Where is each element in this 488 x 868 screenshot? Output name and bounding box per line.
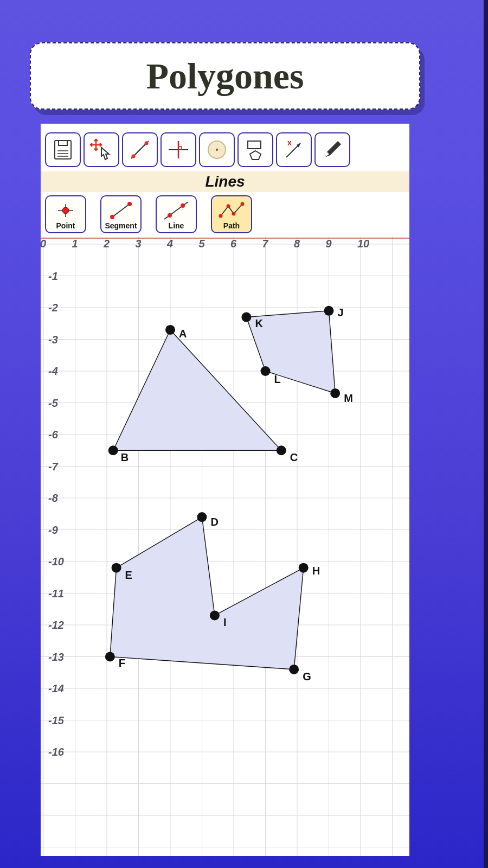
polygon-icon — [243, 138, 267, 162]
svg-text:-16: -16 — [48, 746, 65, 758]
svg-text:-8: -8 — [48, 492, 59, 504]
svg-point-102 — [277, 445, 286, 455]
svg-text:D: D — [211, 516, 219, 528]
line-tool-button[interactable]: Line — [156, 195, 197, 233]
svg-point-112 — [299, 563, 309, 573]
svg-text:2: 2 — [103, 238, 110, 250]
svg-text:-2: -2 — [48, 302, 58, 314]
polygon-button[interactable] — [237, 132, 273, 167]
path-tool-button[interactable]: Path — [211, 195, 252, 233]
svg-text:-1: -1 — [48, 270, 58, 282]
svg-text:F: F — [119, 657, 125, 669]
svg-text:1: 1 — [72, 238, 78, 250]
svg-text:G: G — [303, 671, 311, 682]
svg-line-25 — [112, 204, 130, 217]
svg-text:-13: -13 — [48, 651, 64, 663]
svg-text:B: B — [121, 451, 129, 463]
file-button[interactable] — [45, 132, 81, 167]
svg-text:I: I — [223, 616, 227, 628]
svg-point-30 — [181, 203, 185, 208]
pen-button[interactable] — [314, 132, 350, 167]
vector-icon: x — [282, 138, 306, 162]
pen-icon — [320, 138, 344, 162]
svg-point-29 — [168, 213, 172, 218]
line-sub-icon — [160, 200, 192, 221]
circle-button[interactable] — [199, 132, 235, 167]
svg-point-98 — [165, 325, 175, 335]
svg-text:7: 7 — [262, 238, 269, 250]
svg-point-26 — [110, 215, 114, 219]
svg-text:3: 3 — [136, 238, 142, 250]
move-icon — [88, 138, 114, 162]
svg-point-106 — [112, 563, 121, 573]
svg-point-34 — [241, 202, 245, 206]
svg-text:-12: -12 — [48, 619, 64, 631]
svg-text:H: H — [312, 565, 320, 577]
svg-point-122 — [330, 388, 340, 398]
svg-point-118 — [241, 312, 251, 322]
svg-text:0: 0 — [41, 238, 46, 250]
svg-text:-9: -9 — [48, 524, 59, 536]
point-tool-button[interactable]: Point — [45, 195, 86, 233]
svg-point-8 — [132, 155, 136, 158]
line-button[interactable] — [122, 132, 158, 167]
svg-text:-4: -4 — [48, 365, 58, 377]
path-icon — [215, 200, 248, 221]
svg-point-32 — [227, 205, 230, 208]
circle-icon — [205, 138, 229, 162]
line-label: Line — [169, 221, 184, 230]
svg-text:-15: -15 — [48, 714, 65, 726]
svg-text:-11: -11 — [48, 588, 64, 599]
svg-point-114 — [210, 610, 220, 620]
svg-text:9: 9 — [326, 238, 332, 250]
svg-point-110 — [289, 665, 299, 674]
file-icon — [53, 139, 73, 161]
canvas[interactable]: 012345678910-1-2-3-4-5-6-7-8-9-10-11-12-… — [41, 237, 409, 856]
app-panel: x Lines Point Segme — [41, 124, 409, 856]
move-button[interactable] — [84, 132, 119, 167]
svg-point-120 — [261, 366, 271, 376]
svg-point-31 — [219, 214, 223, 218]
svg-text:C: C — [290, 451, 298, 463]
svg-text:8: 8 — [294, 238, 300, 250]
perpendicular-button[interactable] — [160, 132, 196, 167]
svg-text:10: 10 — [357, 238, 369, 250]
segment-icon — [105, 200, 137, 221]
svg-text:K: K — [255, 317, 263, 329]
perpendicular-icon — [166, 138, 190, 162]
svg-point-9 — [145, 142, 149, 145]
svg-text:-14: -14 — [48, 682, 64, 694]
svg-text:x: x — [287, 138, 292, 147]
svg-point-24 — [62, 207, 69, 214]
subheader: Lines — [41, 171, 409, 192]
point-label: Point — [56, 221, 75, 230]
svg-text:5: 5 — [199, 238, 206, 250]
svg-text:6: 6 — [230, 238, 237, 250]
page-title: Polygones — [146, 55, 304, 98]
svg-rect-15 — [248, 141, 261, 149]
path-label: Path — [223, 221, 240, 230]
svg-marker-16 — [250, 151, 261, 159]
svg-text:J: J — [338, 307, 344, 318]
line-tool-icon — [128, 138, 152, 162]
svg-text:A: A — [179, 328, 187, 340]
segment-tool-button[interactable]: Segment — [100, 195, 142, 233]
svg-marker-97 — [110, 517, 304, 669]
svg-point-27 — [127, 202, 132, 206]
main-toolbar: x — [45, 132, 350, 167]
title-card: Polygones — [30, 42, 420, 110]
svg-text:L: L — [274, 373, 281, 385]
svg-point-100 — [108, 445, 118, 455]
svg-text:-5: -5 — [48, 397, 59, 409]
svg-text:-7: -7 — [48, 461, 59, 473]
svg-point-14 — [216, 149, 218, 151]
point-icon — [49, 200, 82, 221]
svg-rect-1 — [59, 141, 67, 145]
svg-text:-10: -10 — [48, 556, 64, 567]
vector-button[interactable]: x — [276, 132, 312, 167]
svg-text:-6: -6 — [48, 429, 59, 441]
svg-text:E: E — [125, 569, 132, 581]
svg-text:4: 4 — [166, 238, 173, 250]
svg-point-104 — [197, 512, 207, 522]
svg-point-33 — [232, 212, 236, 216]
